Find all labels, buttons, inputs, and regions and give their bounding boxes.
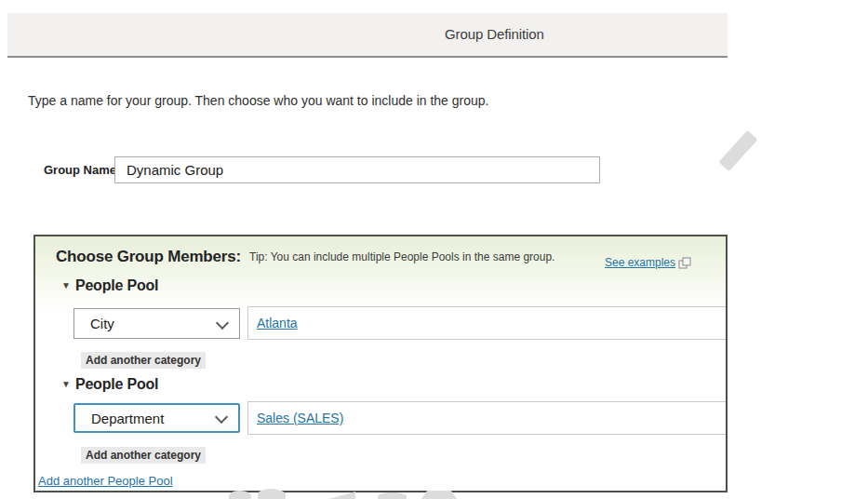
chevron-down-icon	[216, 316, 229, 329]
add-another-category-link-2[interactable]: Add another category	[81, 447, 206, 464]
pool-value-link-sales[interactable]: Sales (SALES)	[257, 411, 343, 425]
category-value-area: Atlanta	[247, 306, 726, 340]
open-new-window-icon	[678, 257, 691, 269]
category-dropdown-city[interactable]: City	[73, 308, 240, 339]
watermark-diagonal-stripe	[719, 130, 758, 171]
choose-group-members-panel: Choose Group Members: Tip: You can inclu…	[33, 235, 728, 492]
see-examples: See examples	[605, 256, 691, 269]
pool-value-link-atlanta[interactable]: Atlanta	[257, 316, 298, 330]
page-title: Group Definition	[445, 13, 544, 56]
chevron-down-icon	[215, 411, 228, 424]
watermark-fragment	[326, 492, 355, 499]
group-name-label: Group Name:	[44, 163, 120, 177]
people-pool-1-header: ▼ People Pool	[61, 277, 158, 294]
category-dropdown-value: Department	[91, 411, 164, 426]
intro-text: Type a name for your group. Then choose …	[28, 93, 489, 108]
page-header-bar: Group Definition	[7, 13, 728, 58]
triangle-down-icon[interactable]: ▼	[61, 281, 71, 290]
add-another-people-pool-link[interactable]: Add another People Pool	[38, 474, 173, 488]
watermark-fragment	[378, 492, 407, 499]
panel-tip-text: Tip: You can include multiple People Poo…	[249, 250, 554, 263]
category-dropdown-department[interactable]: Department	[73, 403, 240, 433]
people-pool-title: People Pool	[75, 376, 158, 393]
group-name-input[interactable]	[114, 156, 600, 183]
watermark-fragment	[258, 489, 286, 499]
panel-heading: Choose Group Members:	[56, 248, 241, 266]
add-another-category-link-1[interactable]: Add another category	[81, 352, 206, 369]
people-pool-title: People Pool	[75, 277, 158, 294]
triangle-down-icon[interactable]: ▼	[61, 380, 71, 389]
see-examples-link[interactable]: See examples	[605, 256, 675, 269]
category-value-area: Sales (SALES)	[247, 401, 726, 435]
people-pool-2-header: ▼ People Pool	[61, 376, 158, 393]
category-dropdown-value: City	[90, 316, 114, 331]
watermark-fragment	[229, 491, 251, 499]
group-definition-page: Group Definition Type a name for your gr…	[0, 0, 868, 499]
